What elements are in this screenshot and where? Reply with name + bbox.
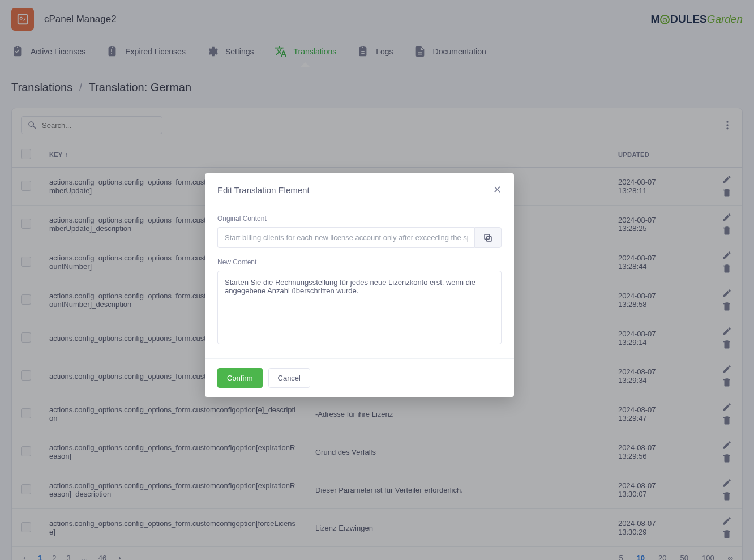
original-content-label: Original Content <box>217 215 502 223</box>
copy-button[interactable] <box>474 227 502 248</box>
confirm-button[interactable]: Confirm <box>217 368 263 388</box>
original-content-input[interactable] <box>217 227 474 248</box>
new-content-label: New Content <box>217 258 502 266</box>
modal-title: Edit Translation Element <box>217 185 310 195</box>
new-content-textarea[interactable] <box>217 271 502 344</box>
copy-icon <box>483 233 493 243</box>
edit-translation-modal: Edit Translation Element ✕ Original Cont… <box>205 173 514 397</box>
close-icon[interactable]: ✕ <box>493 183 502 196</box>
cancel-button[interactable]: Cancel <box>268 368 310 388</box>
